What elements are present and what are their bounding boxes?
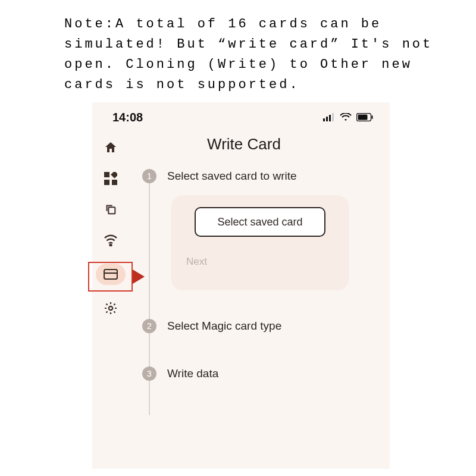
svg-rect-5: [358, 115, 368, 120]
copy-icon[interactable]: [103, 202, 118, 217]
svg-rect-10: [112, 180, 117, 185]
settings-icon[interactable]: [103, 300, 118, 316]
wifi-nav-icon[interactable]: [103, 233, 118, 248]
svg-point-12: [110, 245, 112, 246]
step-1-label: Select saved card to write: [167, 170, 297, 183]
select-saved-card-button[interactable]: Select saved card: [195, 207, 325, 237]
dashboard-icon[interactable]: [103, 171, 118, 186]
step-2-label: Select Magic card type: [167, 320, 281, 333]
svg-rect-0: [323, 118, 325, 121]
step-2-badge: 2: [142, 319, 156, 333]
status-bar: 14:08: [92, 102, 390, 128]
phone-screen: 14:08: [92, 102, 390, 469]
annotation-highlight-box: [88, 262, 133, 292]
step-2: 2 Select Magic card type: [142, 319, 379, 333]
select-saved-card-panel: Select saved card Next: [171, 195, 349, 290]
page-title: Write Card: [109, 135, 379, 154]
next-button[interactable]: Next: [186, 256, 207, 268]
wifi-icon: [340, 111, 352, 124]
step-3-label: Write data: [167, 367, 218, 380]
svg-rect-11: [108, 207, 115, 214]
step-1: 1 Select saved card to write: [142, 169, 379, 183]
svg-rect-8: [111, 172, 117, 178]
cellular-icon: [323, 111, 335, 124]
sidebar: [92, 128, 129, 468]
svg-rect-6: [372, 115, 373, 119]
svg-point-15: [109, 306, 112, 310]
step-1-badge: 1: [142, 169, 156, 183]
svg-rect-9: [104, 180, 109, 185]
annotation-arrow-icon: [133, 270, 145, 284]
step-timeline: 1 Select saved card to write Select save…: [133, 169, 379, 381]
svg-rect-3: [332, 113, 334, 121]
step-3: 3 Write data: [142, 367, 379, 381]
battery-icon: [356, 111, 373, 124]
svg-rect-7: [104, 172, 109, 177]
svg-rect-1: [326, 117, 328, 121]
note-text: Note:A total of 16 cards can be simulate…: [64, 14, 440, 95]
svg-rect-2: [329, 115, 331, 121]
step-3-badge: 3: [142, 367, 156, 381]
status-time: 14:08: [112, 111, 143, 124]
